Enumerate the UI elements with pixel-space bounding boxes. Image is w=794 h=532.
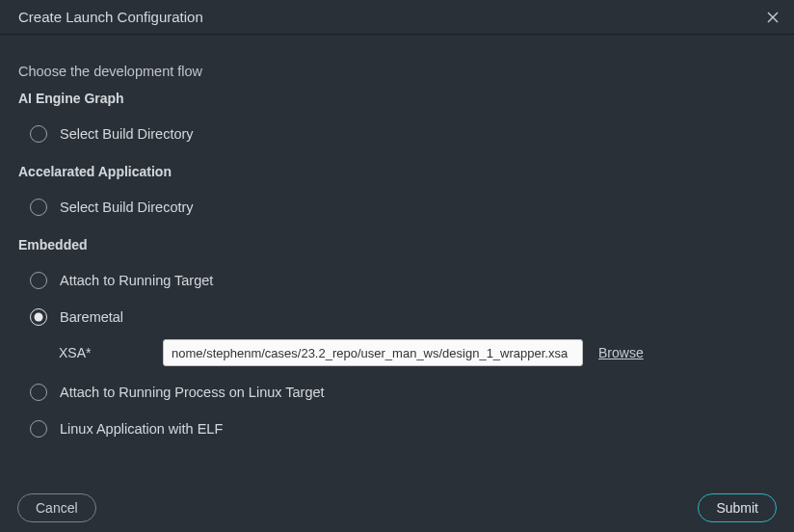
radio-attach-process-linux[interactable]: Attach to Running Process on Linux Targe… [18,378,776,407]
radio-icon [30,420,47,438]
radio-icon [30,199,47,216]
submit-button[interactable]: Submit [698,493,777,522]
title-bar: Create Launch Configuration [0,0,794,35]
close-icon[interactable] [763,8,782,27]
dialog-title: Create Launch Configuration [18,9,203,25]
radio-label: Baremetal [60,309,123,325]
radio-select-build-directory-accel[interactable]: Select Build Direcotry [18,193,776,222]
radio-icon [30,384,47,401]
radio-linux-app-elf[interactable]: Linux Application with ELF [18,414,776,443]
radio-icon [30,125,47,143]
section-ai-engine-header: AI Engine Graph [18,91,776,106]
section-accel-app-header: Accelarated Application [18,164,776,179]
radio-select-build-directory-ai[interactable]: Select Build Directory [18,120,776,148]
radio-label: Select Build Direcotry [60,200,194,215]
radio-attach-running-target[interactable]: Attach to Running Target [18,266,776,295]
dialog-footer: Cancel Submit [0,484,794,532]
cancel-button[interactable]: Cancel [17,493,96,522]
prompt-text: Choose the development flow [18,64,776,79]
dialog-content: Choose the development flow AI Engine Gr… [0,35,794,443]
xsa-field-row: XSA* Browse [18,339,776,366]
xsa-input[interactable] [163,339,583,366]
xsa-label: XSA* [59,345,163,360]
radio-baremetal[interactable]: Baremetal [18,303,776,332]
section-embedded-header: Embedded [18,237,776,253]
browse-link[interactable]: Browse [598,345,644,360]
radio-label: Attach to Running Process on Linux Targe… [60,385,325,400]
radio-icon [30,272,47,289]
radio-label: Linux Application with ELF [60,421,223,437]
radio-label: Select Build Directory [60,126,194,142]
radio-icon [30,308,47,326]
radio-label: Attach to Running Target [60,273,213,288]
